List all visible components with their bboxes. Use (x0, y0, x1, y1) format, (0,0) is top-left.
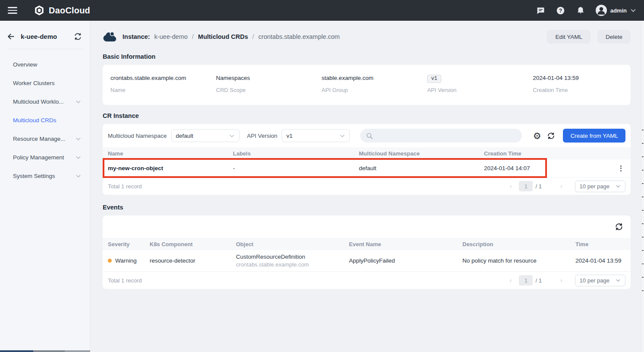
field-name: crontabs.stable.example.com Name (103, 75, 208, 93)
chevron-down-icon (339, 133, 345, 139)
refresh-icon[interactable] (615, 222, 623, 231)
cell-object: CustomResourceDefinition crontabs.stable… (231, 254, 344, 268)
field-label: CRD Scope (216, 87, 314, 93)
per-page-value: 10 per page (580, 277, 609, 284)
chevron-down-icon (75, 155, 81, 160)
column-header-name: Name (103, 150, 228, 157)
namespace-select-value: default (176, 133, 194, 139)
cell-creation-time: 2024-01-04 14:07 (479, 165, 606, 171)
total-records: Total 1 record (108, 183, 142, 190)
namespace-select[interactable]: default (171, 129, 239, 142)
switch-cluster-icon[interactable] (74, 33, 82, 40)
prev-page-icon[interactable]: ‹ (509, 183, 513, 190)
cell-time: 2024-01-04 13:59 (570, 257, 631, 264)
page-count: / 1 (535, 183, 541, 190)
brand[interactable]: DaoCloud (34, 5, 90, 16)
per-page-value: 10 per page (580, 183, 609, 190)
chevron-down-icon (616, 278, 621, 283)
basic-info-card: crontabs.stable.example.com Name Namespa… (103, 65, 631, 105)
breadcrumb-item-crd-name: crontabs.stable.example.com (258, 33, 340, 40)
chevron-down-icon (75, 173, 81, 179)
avatar (596, 5, 607, 16)
column-header-time: Time (570, 241, 631, 247)
user-menu[interactable]: admin (596, 5, 636, 16)
field-label: Name (110, 87, 208, 93)
bell-icon[interactable] (576, 6, 585, 15)
per-page-select[interactable]: 10 per page (575, 181, 625, 192)
row-actions-kebab-icon[interactable] (611, 165, 631, 171)
sidebar-item-label: Resource Manage... (13, 136, 66, 142)
sidebar: k-uee-demo Overview Worker Clusters Mult… (0, 21, 90, 352)
column-header-namespace: Multicloud Namespace (354, 150, 479, 157)
cluster-name: k-uee-demo (21, 33, 57, 40)
per-page-select[interactable]: 10 per page (575, 275, 625, 286)
sidebar-item-label: Overview (13, 61, 37, 68)
cr-instance-card: Multicloud Namespace default API Version… (103, 124, 631, 195)
breadcrumb-separator: / (252, 33, 254, 40)
field-api-version: v1 API Version (419, 75, 525, 93)
field-creation-time: 2024-01-04 13:59 Creation Time (525, 75, 631, 93)
create-from-yaml-button[interactable]: Create from YAML (563, 129, 625, 143)
current-page-input[interactable]: 1 (519, 181, 533, 191)
basic-info-title: Basic Information (103, 53, 631, 60)
field-label: Creation Time (533, 87, 631, 93)
events-table-header: Severity K8s Component Object Event Name… (103, 238, 631, 250)
search-input[interactable] (360, 129, 522, 143)
api-version-badge: v1 (427, 75, 441, 83)
breadcrumb-separator: / (192, 33, 194, 40)
column-header-severity: Severity (103, 241, 145, 247)
object-name: crontabs.stable.example.com (236, 261, 344, 268)
page-count: / 1 (535, 277, 541, 284)
next-page-icon[interactable]: › (559, 277, 564, 284)
help-icon[interactable]: ? (556, 6, 565, 15)
cloud-instance-icon (103, 31, 117, 42)
sidebar-item-policy-management[interactable]: Policy Management (0, 148, 90, 167)
page-scrollbar[interactable] (641, 21, 644, 352)
refresh-icon[interactable] (547, 132, 555, 140)
sidebar-item-multicloud-crds[interactable]: Multicloud CRDs (0, 111, 90, 130)
column-header-creation-time: Creation Time (479, 150, 606, 157)
message-icon[interactable] (536, 6, 546, 15)
sidebar-item-worker-clusters[interactable]: Worker Clusters (0, 74, 90, 92)
current-page-input[interactable]: 1 (519, 275, 533, 285)
sidebar-item-multicloud-workloads[interactable]: Multicloud Worklo... (0, 92, 90, 111)
field-value: Namespaces (216, 75, 314, 83)
cell-name[interactable]: my-new-cron-object (103, 165, 228, 171)
edit-yaml-button[interactable]: Edit YAML (547, 30, 591, 44)
svg-text:?: ? (559, 7, 562, 13)
sidebar-item-resource-management[interactable]: Resource Manage... (0, 130, 90, 148)
api-version-select[interactable]: v1 (282, 129, 350, 142)
events-card: Severity K8s Component Object Event Name… (103, 216, 631, 289)
column-header-event-name: Event Name (344, 241, 457, 247)
column-header-description: Description (457, 241, 570, 247)
breadcrumb-item-cluster[interactable]: k-uee-demo (154, 33, 188, 40)
column-header-labels: Labels (228, 150, 354, 157)
topbar: DaoCloud ? admin (0, 0, 644, 21)
gear-icon[interactable]: ⚙ (533, 131, 541, 140)
events-table-footer: Total 1 record ‹ 1 / 1 › 10 per page (103, 272, 631, 289)
cell-k8s-component: resource-detector (145, 257, 231, 264)
cell-description: No policy match for resource (457, 257, 570, 264)
delete-button[interactable]: Delete (597, 30, 631, 44)
sidebar-item-label: Worker Clusters (13, 80, 55, 86)
api-version-select-value: v1 (286, 133, 292, 139)
field-api-group: stable.example.com API Group (314, 75, 420, 93)
table-row[interactable]: my-new-cron-object - default 2024-01-04 … (103, 159, 631, 178)
back-arrow-icon[interactable] (7, 32, 15, 41)
column-header-k8s-component: K8s Component (145, 241, 231, 247)
brand-name: DaoCloud (49, 6, 90, 16)
sidebar-item-label: Multicloud CRDs (13, 117, 57, 124)
hamburger-menu-icon[interactable] (8, 7, 17, 14)
chevron-down-icon (616, 184, 621, 189)
next-page-icon[interactable]: › (559, 183, 564, 190)
events-title: Events (103, 204, 631, 211)
sidebar-item-system-settings[interactable]: System Settings (0, 167, 90, 185)
breadcrumb-item-multicloud-crds[interactable]: Multicloud CRDs (198, 33, 248, 40)
sidebar-item-overview[interactable]: Overview (0, 55, 90, 74)
api-version-filter-label: API Version (247, 133, 278, 139)
cell-severity: Warning (115, 257, 137, 264)
field-label: API Version (427, 87, 525, 93)
field-value: crontabs.stable.example.com (110, 75, 208, 83)
prev-page-icon[interactable]: ‹ (509, 277, 513, 284)
cr-table-header: Name Labels Multicloud Namespace Creatio… (103, 147, 631, 159)
